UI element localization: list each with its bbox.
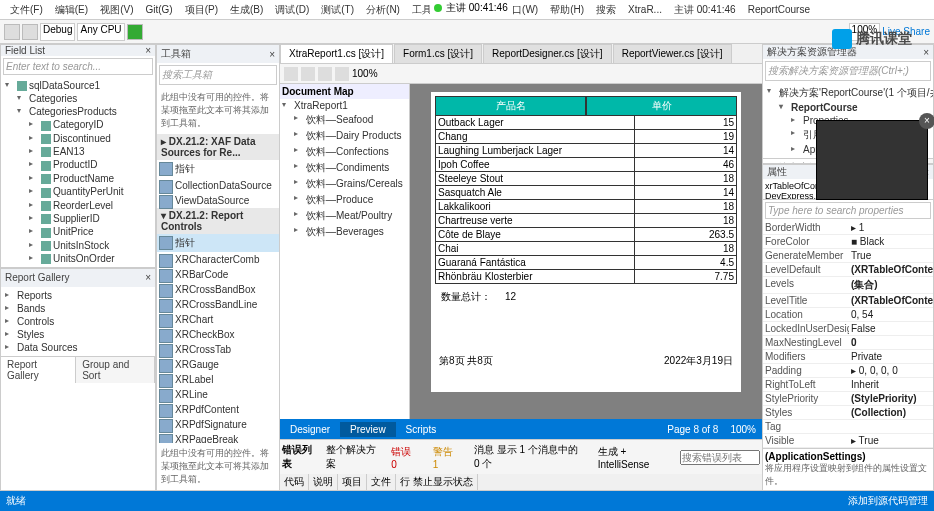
toolbox-group[interactable]: ▸ DX.21.2: XAF Data Sources for Re... [157, 134, 279, 160]
property-row[interactable]: GenerateMemberTrue [763, 249, 933, 263]
toolbox-item[interactable]: XRGauge [157, 357, 279, 372]
property-row[interactable]: Tag [763, 420, 933, 434]
tab[interactable]: Group and Sort [76, 357, 155, 383]
toolbox-item[interactable]: ViewDataSource [157, 193, 279, 208]
gallery-tree[interactable]: ReportsBandsControlsStylesData Sources [1, 287, 155, 356]
close-video-icon[interactable]: × [919, 113, 934, 129]
toolbox-item[interactable]: 指针 [157, 160, 279, 178]
gallery-node[interactable]: Data Sources [3, 341, 153, 354]
toolbox-group[interactable]: ▾ DX.21.2: Report Controls [157, 208, 279, 234]
docmap-item[interactable]: 饮料—Beverages [292, 224, 409, 240]
toolbox-item[interactable]: XRCharacterComb [157, 252, 279, 267]
menu-item[interactable]: 文件(F) [4, 3, 49, 17]
document-map[interactable]: Document Map XtraReport1 饮料—Seafood饮料—Da… [280, 84, 410, 419]
toolbox-item[interactable]: XRLine [157, 387, 279, 402]
menu-item[interactable]: 分析(N) [360, 3, 406, 17]
warn-count[interactable]: 警告 1 [429, 444, 462, 471]
property-row[interactable]: LevelTitle(XRTableOfContentsTitle) [763, 294, 933, 308]
toolbox-item[interactable]: XRLabel [157, 372, 279, 387]
menu-item[interactable]: 测试(T) [315, 3, 360, 17]
field-node[interactable]: UnitPrice [27, 225, 153, 238]
field-node[interactable]: QuantityPerUnit [27, 185, 153, 198]
field-node[interactable]: UnitsOnOrder [27, 252, 153, 265]
toolbox-item[interactable]: XRCheckBox [157, 327, 279, 342]
close-icon[interactable]: × [923, 47, 929, 58]
col-header[interactable]: 文件 [367, 474, 396, 490]
zoom-combo[interactable]: 100% [352, 68, 378, 79]
gallery-node[interactable]: Bands [3, 302, 153, 315]
close-icon[interactable]: × [145, 45, 151, 56]
menu-item[interactable]: 搜索 [590, 3, 622, 17]
field-tree[interactable]: sqlDataSource1 CategoriesCategoriesProdu… [1, 77, 155, 268]
field-node[interactable]: SupplierID [27, 212, 153, 225]
field-search-input[interactable]: Enter text to search... [3, 58, 153, 75]
scope-combo[interactable]: 整个解决方案 [326, 443, 380, 471]
errlist-search[interactable] [680, 450, 760, 465]
preview-surface[interactable]: 产品名 单价 Outback Lager15Chang19Laughing Lu… [410, 84, 762, 419]
toolbox-item[interactable]: 指针 [157, 234, 279, 252]
property-row[interactable]: ForeColor■ Black [763, 235, 933, 249]
main-toolbar[interactable]: Debug Any CPU 100% Live Share [0, 20, 934, 44]
doc-tab[interactable]: Form1.cs [设计] [394, 44, 482, 63]
first-page-icon[interactable] [284, 67, 298, 81]
property-row[interactable]: ModifiersPrivate [763, 350, 933, 364]
presenter-video[interactable]: × [816, 120, 928, 200]
menu-item[interactable]: XtraR... [622, 4, 668, 15]
project-node[interactable]: ReportCourse [777, 101, 931, 114]
menu-item[interactable]: 编辑(E) [49, 3, 94, 17]
toolbox-search[interactable]: 搜索工具箱 [159, 65, 277, 85]
preview-toolbar[interactable]: 100% [280, 64, 762, 84]
toolbox-item[interactable]: XRPdfSignature [157, 417, 279, 432]
menu-item[interactable]: 生成(B) [224, 3, 269, 17]
gallery-tabs[interactable]: Report GalleryGroup and Sort [1, 356, 155, 383]
toolbox-item[interactable]: XRCrossBandLine [157, 297, 279, 312]
toolbox-item[interactable]: XRChart [157, 312, 279, 327]
table-node[interactable]: Categories [15, 92, 153, 105]
sol-root[interactable]: 解决方案'ReportCourse'(1 个项目/共 1 个) [765, 85, 931, 101]
docmap-root[interactable]: XtraReport1 [280, 99, 409, 112]
doc-tab[interactable]: ReportViewer.cs [设计] [613, 44, 732, 63]
docmap-item[interactable]: 饮料—Grains/Cereals [292, 176, 409, 192]
tab[interactable]: Report Gallery [1, 357, 76, 383]
property-row[interactable]: Levels(集合) [763, 277, 933, 294]
sol-search[interactable]: 搜索解决方案资源管理器(Ctrl+;) [765, 61, 931, 81]
toolbox-item[interactable]: XRPdfContent [157, 402, 279, 417]
property-row[interactable]: Visible▸ True [763, 434, 933, 448]
menu-item[interactable]: 主讲 00:41:46 [668, 3, 742, 17]
gallery-node[interactable]: Controls [3, 315, 153, 328]
doc-tab[interactable]: XtraReport1.cs [设计] [280, 44, 393, 63]
property-row[interactable]: Location0, 54 [763, 308, 933, 322]
menu-item[interactable]: ReportCourse [742, 4, 816, 15]
last-page-icon[interactable] [335, 67, 349, 81]
docmap-item[interactable]: 饮料—Meat/Poultry [292, 208, 409, 224]
gallery-node[interactable]: Styles [3, 328, 153, 341]
menu-item[interactable]: 帮助(H) [544, 3, 590, 17]
col-header[interactable]: 行 禁止显示状态 [396, 474, 478, 490]
doc-tab[interactable]: ReportDesigner.cs [设计] [483, 44, 612, 63]
datasource-node[interactable]: sqlDataSource1 [3, 79, 153, 92]
status-right[interactable]: 添加到源代码管理 [848, 494, 928, 508]
error-count[interactable]: 错误 0 [387, 444, 420, 471]
run-icon[interactable] [127, 24, 143, 40]
property-row[interactable]: Styles(Collection) [763, 406, 933, 420]
platform-combo[interactable]: Any CPU [77, 23, 124, 41]
close-icon[interactable]: × [269, 49, 275, 60]
property-row[interactable]: LockedInUserDesignerFalse [763, 322, 933, 336]
tab-scripts[interactable]: Scripts [396, 422, 447, 437]
prev-page-icon[interactable] [301, 67, 315, 81]
toolbox-item[interactable]: XRCrossBandBox [157, 282, 279, 297]
field-node[interactable]: ReorderLevel [27, 199, 153, 212]
menu-item[interactable]: Git(G) [139, 4, 178, 15]
col-header[interactable]: 说明 [309, 474, 338, 490]
menu-item[interactable]: 视图(V) [94, 3, 139, 17]
source-combo[interactable]: 生成 + IntelliSense [598, 445, 672, 470]
menu-item[interactable]: 调试(D) [269, 3, 315, 17]
field-node[interactable]: EAN13 [27, 145, 153, 158]
docmap-item[interactable]: 饮料—Dairy Products [292, 128, 409, 144]
document-tabs[interactable]: XtraReport1.cs [设计]Form1.cs [设计]ReportDe… [280, 44, 762, 64]
gallery-node[interactable]: Reports [3, 289, 153, 302]
docmap-item[interactable]: 饮料—Condiments [292, 160, 409, 176]
field-node[interactable]: Discontinued [27, 132, 153, 145]
col-header[interactable]: 项目 [338, 474, 367, 490]
config-combo[interactable]: Debug [40, 23, 75, 41]
